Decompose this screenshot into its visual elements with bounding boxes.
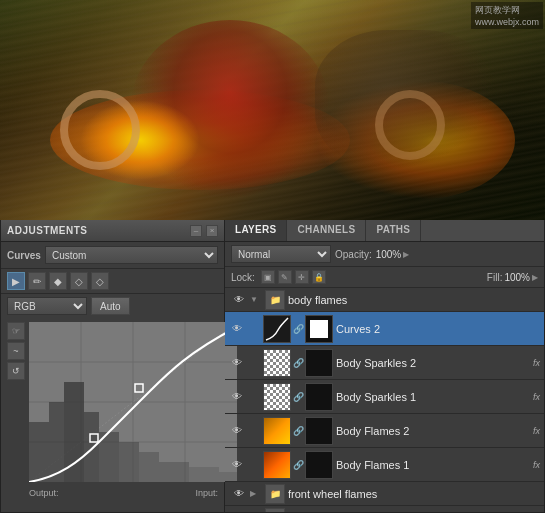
channel-select[interactable]: RGB Red Green Blue [7,297,87,315]
layer-thumbs: 🔗 [263,451,333,479]
curves-thumbnail [263,315,291,343]
tab-channels[interactable]: CHANNELS [287,220,366,241]
minimize-button[interactable]: – [190,225,202,237]
layer-name: front wheel flames [288,488,540,500]
svg-rect-14 [139,452,159,482]
visibility-icon[interactable]: 👁 [229,389,245,405]
opacity-value[interactable]: 100% [376,249,402,260]
eyedropper-white[interactable]: ◇ [91,272,109,290]
auto-button[interactable]: Auto [91,297,130,315]
watermark: 网页教学网 www.webjx.com [471,2,543,29]
layer-thumbnail [263,451,291,479]
lock-all-icon[interactable]: 🔒 [312,270,326,284]
left-side-tools: ☞ ~ ↺ [7,322,25,380]
layer-name: Body Sparkles 2 [336,357,530,369]
layer-thumbnail: 📁 [265,508,285,513]
mask-thumbnail [305,417,333,445]
layer-thumbs: 🔗 [263,417,333,445]
list-item[interactable]: 👁 ▶ 📁 arm flames [225,506,544,512]
mask-thumbnail [305,383,333,411]
lock-paint-icon[interactable]: ✎ [278,270,292,284]
lock-row: Lock: ▣ ✎ ✛ 🔒 Fill: 100% ▶ [225,267,544,288]
list-item[interactable]: 👁 🔗 Body Flames 1 fx [225,448,544,482]
layer-name: Body Flames 1 [336,459,530,471]
fill-label: Fill: [487,272,503,283]
fx-badge: fx [533,358,540,368]
eyedropper-black[interactable]: ◆ [49,272,67,290]
channel-row: RGB Red Green Blue Auto [1,294,224,318]
lock-move-icon[interactable]: ✛ [295,270,309,284]
visibility-icon[interactable]: 👁 [229,457,245,473]
visibility-icon[interactable]: 👁 [229,321,245,337]
layer-name: arm flames [288,512,540,513]
mask-thumbnail [305,349,333,377]
visibility-icon[interactable]: 👁 [231,510,247,513]
visibility-icon[interactable]: 👁 [229,355,245,371]
layer-name: Body Sparkles 1 [336,391,530,403]
blend-mode-row: Normal Multiply Screen Overlay Opacity: … [225,242,544,267]
pointer-tool[interactable]: ▶ [7,272,25,290]
mask-thumbnail [305,315,333,343]
tab-layers[interactable]: LAYERS [225,220,287,241]
pencil-tool[interactable]: ✏ [28,272,46,290]
svg-rect-15 [159,462,189,482]
layers-tabs: LAYERS CHANNELS PATHS [225,220,544,242]
opacity-arrow: ▶ [403,250,409,259]
visibility-icon[interactable]: 👁 [231,292,247,308]
hand-tool[interactable]: ☞ [7,322,25,340]
layer-name: Body Flames 2 [336,425,530,437]
list-item[interactable]: 👁 🔗 Body Sparkles 1 fx [225,380,544,414]
layer-thumbnail [263,417,291,445]
opacity-label: Opacity: 100% ▶ [335,249,409,260]
layer-thumbnail [263,383,291,411]
chain-icon: 🔗 [293,315,303,343]
blend-mode-select[interactable]: Normal Multiply Screen Overlay [231,245,331,263]
output-input-row: Output: Input: [23,486,224,500]
list-item[interactable]: 👁 🔗 Body Sparkles 2 fx [225,346,544,380]
photo-area: 网页教学网 www.webjx.com [0,0,545,220]
curves-label: Curves [7,250,41,261]
adjustments-title: ADJUSTMENTS [7,225,88,236]
layer-thumbnail: 📁 [265,484,285,504]
svg-rect-8 [29,422,49,482]
visibility-icon[interactable]: 👁 [231,486,247,502]
curves-preset-row: Curves Custom [1,242,224,269]
adjustments-panel: ADJUSTMENTS – × Curves Custom ▶ ✏ ◆ ◇ ◇ … [0,220,225,513]
layers-panel: LAYERS CHANNELS PATHS Normal Multiply Sc… [225,220,545,513]
eyedropper-gray[interactable]: ◇ [70,272,88,290]
visibility-icon[interactable]: 👁 [229,423,245,439]
lock-transparent-icon[interactable]: ▣ [261,270,275,284]
reset-tool[interactable]: ↺ [7,362,25,380]
curves-preset-select[interactable]: Custom [45,246,218,264]
curves-graph: ☞ ~ ↺ [29,322,237,482]
svg-rect-13 [119,442,139,482]
layer-thumbs: 🔗 [263,383,333,411]
layer-thumbnail [263,349,291,377]
group-arrow[interactable]: ▶ [250,489,262,498]
layer-thumbs: 🔗 [263,349,333,377]
layer-thumbs: 🔗 [263,315,333,343]
layer-thumbnail: 📁 [265,290,285,310]
list-item[interactable]: 👁 🔗 [225,312,544,346]
layers-list: 👁 ▼ 📁 body flames 👁 [225,288,544,512]
adjustments-header: ADJUSTMENTS – × [1,220,224,242]
chain-icon: 🔗 [293,383,303,411]
fill-value[interactable]: 100% [504,272,530,283]
tab-paths[interactable]: PATHS [366,220,421,241]
input-label: Input: [195,488,218,498]
svg-rect-22 [310,320,328,338]
curves-toolbar: ▶ ✏ ◆ ◇ ◇ [1,269,224,294]
list-item[interactable]: 👁 🔗 Body Flames 2 fx [225,414,544,448]
fill-part: Fill: 100% ▶ [487,272,538,283]
list-item[interactable]: 👁 ▼ 📁 body flames [225,288,544,312]
chain-icon: 🔗 [293,349,303,377]
list-item[interactable]: 👁 ▶ 📁 front wheel flames [225,482,544,506]
close-button[interactable]: × [206,225,218,237]
mask-thumbnail [305,451,333,479]
fx-badge: fx [533,392,540,402]
smooth-tool[interactable]: ~ [7,342,25,360]
fx-badge: fx [533,460,540,470]
svg-rect-11 [84,412,99,482]
group-arrow[interactable]: ▼ [250,295,262,304]
fx-badge: fx [533,426,540,436]
